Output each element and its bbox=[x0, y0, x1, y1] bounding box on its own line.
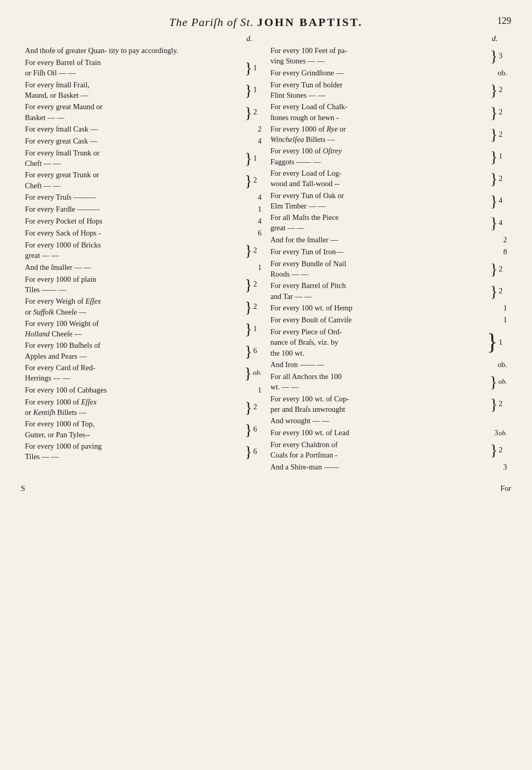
brace-char: } bbox=[245, 150, 252, 166]
brace-char: } bbox=[490, 215, 498, 230]
entry-value: 2 bbox=[253, 402, 262, 411]
list-item: For every 100 Buſhels ofApples and Pears… bbox=[25, 340, 262, 361]
entry-text: And thofe of greater Quan- tity to pay a… bbox=[25, 45, 262, 56]
list-item: And Iron —— —ob. bbox=[270, 359, 507, 370]
brace-text: For every Load of Chalk-ſtones rough or … bbox=[270, 101, 489, 123]
brace-text: For all Maſts the Piecegreat — — bbox=[270, 212, 489, 233]
list-item: And for the ſmaller —2 bbox=[270, 234, 507, 245]
left-d-header: d. bbox=[25, 34, 262, 43]
list-item: For every Fardle ———1 bbox=[25, 204, 262, 215]
list-item: For every Chaldron ofCoals for a Portſma… bbox=[270, 439, 507, 461]
list-item: For every 100 wt. of Lead3ob. bbox=[270, 427, 507, 438]
list-item: For every Weigh of Eſſexor Suffolk Cheeſ… bbox=[25, 296, 262, 317]
entry-value: 1 bbox=[251, 262, 262, 273]
brace-text: For every 1000 of pavingTiles — — bbox=[25, 441, 244, 462]
list-item: For every Tun of Iron—8 bbox=[270, 246, 507, 257]
entry-value: 1 bbox=[253, 85, 262, 94]
entry-value: 1 bbox=[251, 204, 262, 215]
brace-text: For every 100 Feet of pa-ving Stones — — bbox=[270, 45, 489, 67]
page-header: The Pariſh of St. JOHN BAPTIST. 129 bbox=[21, 16, 511, 29]
entry-value: 2 bbox=[497, 234, 507, 245]
brace-char: } bbox=[244, 365, 252, 381]
brace-text: For every Load of Log-wood and Tall-wood… bbox=[270, 168, 489, 189]
list-item: And a Shire-man ——3 bbox=[270, 462, 507, 473]
entry-text: And a Shire-man —— bbox=[270, 462, 495, 473]
entry-text: And wrought — — bbox=[270, 415, 507, 426]
entry-value: ob. bbox=[498, 377, 507, 386]
entry-value: 2 bbox=[253, 176, 262, 185]
brace-text: For every 100 of OſtreyFaggots —— — bbox=[270, 146, 489, 167]
list-item: For every ſmall Trunk orCheft — —}1 bbox=[25, 148, 262, 169]
entry-value: 4 bbox=[251, 192, 262, 203]
brace-text: For every Card of Red-Herrings — — bbox=[25, 362, 243, 384]
list-item: For every Tun of bolderFlint Stones — —}… bbox=[270, 80, 507, 101]
list-item: For every great Cask —4 bbox=[25, 136, 262, 147]
brace-text: For every ſmall Trunk orCheft — — bbox=[25, 148, 244, 169]
brace-char: } bbox=[245, 321, 252, 336]
brace-char: } bbox=[490, 126, 498, 142]
list-item: For every 1000 of pavingTiles — —}6 bbox=[25, 441, 262, 462]
entry-value: 1 bbox=[253, 63, 262, 72]
entry-text: And the ſmaller — — bbox=[25, 262, 249, 273]
entry-text: For every Tun of Iron— bbox=[270, 246, 495, 257]
entry-value: 6 bbox=[253, 346, 262, 355]
entry-value: 2 bbox=[499, 85, 507, 94]
brace-text: For every 100 wt. of Cop-per and Braſs u… bbox=[270, 394, 489, 415]
entry-text: For every Fardle ——— bbox=[25, 204, 249, 215]
list-item: For every ſmall Cask —2 bbox=[25, 124, 262, 135]
list-item: For every 100 Feet of pa-ving Stones — —… bbox=[270, 45, 507, 67]
list-item: For every Bundle of NailRoods — —}2 bbox=[270, 258, 507, 280]
brace-text: For every ſmall Frail,Maund, or Basket — bbox=[25, 80, 244, 101]
brace-text: For every Tun of bolderFlint Stones — — bbox=[270, 80, 489, 101]
entry-value: 2 bbox=[499, 108, 507, 116]
title-normal: JOHN BAPTIST. bbox=[257, 16, 363, 29]
entry-value: 2 bbox=[499, 174, 507, 183]
list-item: For every Sack of Hops -6 bbox=[25, 228, 262, 239]
brace-text: For every Piece of Ord-nance of Braſs, v… bbox=[270, 327, 486, 358]
brace-char: } bbox=[490, 442, 498, 458]
entry-value: 3 bbox=[497, 462, 507, 473]
entry-value: ob. bbox=[253, 369, 262, 377]
entry-value: 4 bbox=[251, 136, 262, 147]
list-item: For every 100 wt. of Cop-per and Braſs u… bbox=[270, 394, 507, 415]
entry-text: For every 100 wt. of Lead bbox=[270, 427, 494, 438]
entry-value: ob. bbox=[497, 359, 507, 370]
right-column: d. For every 100 Feet of pa-ving Stones … bbox=[266, 34, 511, 474]
brace-text: For all Anchors the 100wt. — — bbox=[270, 371, 489, 393]
entry-value: 6 bbox=[253, 425, 262, 434]
entry-value: 4 bbox=[499, 196, 507, 205]
brace-text: For every Chaldron ofCoals for a Portſma… bbox=[270, 439, 489, 461]
list-item: For every Tun of Oak orElm Timber — —}4 bbox=[270, 190, 507, 212]
entry-text: For every 100 of Cabbages bbox=[25, 385, 249, 396]
main-content: d. And thofe of greater Quan- tity to pa… bbox=[21, 34, 511, 474]
brace-text: For every Tun of Oak orElm Timber — — bbox=[270, 190, 489, 212]
entry-value: 4 bbox=[499, 218, 507, 227]
brace-text: For every 1000 of plainTiles —— — bbox=[25, 274, 244, 295]
brace-char: } bbox=[245, 399, 252, 415]
list-item: For every 1000 of Rye orWinchelſea Bille… bbox=[270, 124, 507, 145]
right-entries: For every 100 Feet of pa-ving Stones — —… bbox=[270, 45, 507, 473]
list-item: And wrought — — bbox=[270, 415, 507, 426]
entry-value: 6 bbox=[251, 228, 262, 239]
list-item: For every Card of Red-Herrings — —}ob. bbox=[25, 362, 262, 384]
list-item: For every Piece of Ord-nance of Braſs, v… bbox=[270, 327, 507, 358]
brace-text: For every 1000 of Eſſexor Kentiſh Billet… bbox=[25, 397, 244, 418]
brace-char: } bbox=[245, 105, 252, 120]
brace-char: } bbox=[490, 374, 497, 389]
brace-char: } bbox=[487, 331, 498, 354]
list-item: For every Load of Chalk-ſtones rough or … bbox=[270, 101, 507, 123]
entry-value: 1 bbox=[499, 338, 507, 347]
list-item: For every 100 of Cabbages1 bbox=[25, 385, 262, 396]
list-item: For every 100 of OſtreyFaggots —— —}1 bbox=[270, 146, 507, 167]
entry-text: For every Sack of Hops - bbox=[25, 228, 249, 239]
brace-char: } bbox=[245, 443, 252, 459]
entry-value: 3 bbox=[499, 51, 507, 60]
list-item: And the ſmaller — —1 bbox=[25, 262, 262, 273]
brace-text: For every 100 Weight ofHolland Cheeſe — bbox=[25, 318, 244, 340]
entry-value: 1 bbox=[253, 324, 262, 333]
entry-value: 2 bbox=[253, 302, 262, 311]
brace-char: } bbox=[245, 242, 252, 258]
brace-char: } bbox=[490, 48, 498, 63]
list-item: And thofe of greater Quan- tity to pay a… bbox=[25, 45, 262, 56]
entry-text: For every ſmall Cask — bbox=[25, 124, 249, 135]
